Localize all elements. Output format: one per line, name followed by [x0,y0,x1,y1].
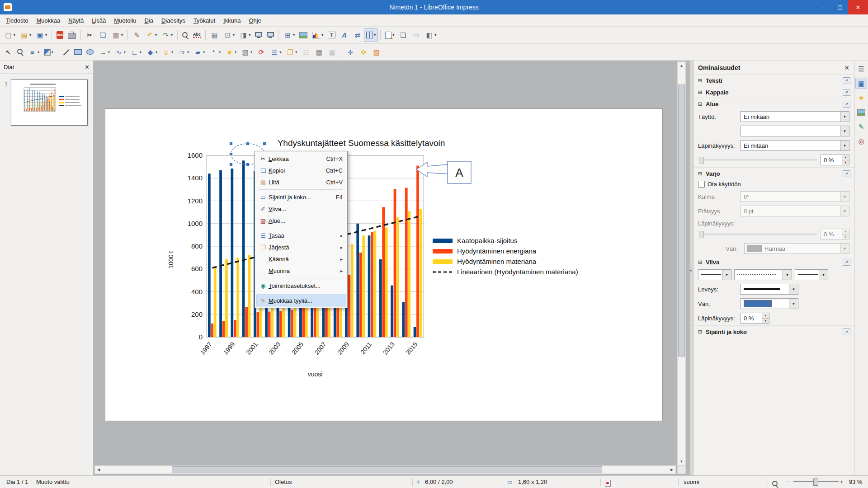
dropdown-arrow-icon[interactable]: ▾ [38,50,39,54]
context-item-tasaa[interactable]: ☰Tasaa▸ [256,230,346,241]
line-color-dropdown[interactable]: ▼ [741,298,798,309]
dash-style-dropdown[interactable]: ▼ [734,269,792,280]
context-item-leikkaa[interactable]: ✂LeikkaaCtrl+X [256,153,346,164]
shadow-color-dropdown[interactable]: Harmaa ▼ [744,243,849,254]
chevron-down-icon[interactable]: ▼ [840,112,849,122]
chevron-down-icon[interactable]: ▼ [789,284,798,294]
transparency-type-dropdown[interactable]: Ei mitään ▼ [741,140,849,151]
dropdown-arrow-icon[interactable]: ▾ [249,33,250,37]
insert-textbox-button[interactable]: T [326,28,338,42]
presentation-chart[interactable]: 0200400600800100012001400160019971999200… [105,109,662,421]
vertical-scrollbar[interactable]: ▲ ▼ [677,61,686,465]
dropdown-arrow-icon[interactable]: ▾ [235,50,236,54]
expand-icon[interactable]: ⊞ [697,78,703,84]
zoom-slider-thumb[interactable] [813,479,818,486]
cut-button[interactable]: ✂ [83,28,96,42]
display-mode-button[interactable]: ◨▾ [237,28,253,42]
fill-transparency-slider[interactable] [698,155,818,164]
menu-muokkaa[interactable]: Muokkaa [32,16,64,25]
context-item-alue[interactable]: ▨Alue... [256,215,346,226]
line-transparency-spinner[interactable]: 0 % ▲▼ [741,313,769,324]
slide-properties-button[interactable]: ▭ [410,28,423,42]
line-style-button[interactable]: ≡▾ [26,45,42,59]
context-item-toimintoasetukset[interactable]: ◉Toimintoasetukset... [256,280,346,291]
section-kappale[interactable]: ⊞ Kappale [693,86,854,98]
dialog-launcher-icon[interactable] [843,89,850,96]
new-slide-button[interactable]: ▾ [383,28,396,42]
chevron-down-icon[interactable]: ▼ [840,192,849,202]
context-item-järjestä[interactable]: ❐Järjestä▸ [256,241,346,253]
fill-color-button[interactable]: ▾ [42,45,56,59]
spelling-button[interactable]: Abc [191,28,203,42]
context-item-sijainti-ja-koko[interactable]: ▭Sijainti ja koko...F4 [256,191,346,203]
dropdown-arrow-icon[interactable]: ▾ [293,33,295,37]
dropdown-arrow-icon[interactable]: ▾ [233,33,235,37]
selection-handle[interactable] [263,142,266,145]
callout-arrow[interactable] [416,162,448,177]
undo-button[interactable]: ↶▾ [143,28,159,42]
maximize-button[interactable] [832,0,848,14]
shadow-button[interactable]: ▩ [312,45,326,59]
edit-canvas[interactable]: 0200400600800100012001400160019971999200… [94,61,689,475]
snap-guides-button[interactable]: ⊡▾ [221,28,237,42]
save-button[interactable]: ▣▾ [33,28,49,42]
context-item-liitä[interactable]: ▥LiitäCtrl+V [256,176,346,188]
spin-down-icon[interactable]: ▼ [842,235,849,239]
duplicate-slide-button[interactable]: ❏ [396,28,410,42]
dialog-launcher-icon[interactable] [843,328,850,335]
align-objects-button[interactable]: ☰▾ [268,45,283,59]
start-slideshow-button[interactable] [253,28,264,42]
sidebar-tab-gallery[interactable] [855,107,867,118]
zoom-in-button[interactable]: + [840,476,844,488]
section-varjo[interactable]: ⊟ Varjo [693,167,854,179]
selection-handle[interactable] [230,153,233,156]
chevron-down-icon[interactable]: ▼ [840,126,849,136]
dropdown-arrow-icon[interactable]: ▾ [14,33,15,37]
dropdown-arrow-icon[interactable]: ▾ [203,50,205,54]
curves-polygons-button[interactable]: ∿▾ [112,45,128,59]
ellipse-button[interactable] [84,45,96,59]
dialog-launcher-icon[interactable] [843,77,850,84]
shadow-enable-checkbox[interactable] [698,181,705,188]
arrow-style-dropdown[interactable]: ▼ [698,269,731,280]
dialog-launcher-icon[interactable] [843,259,850,266]
insert-chart-button[interactable]: ▾ [310,28,326,42]
paste-button[interactable]: ▥▾ [109,28,125,42]
dropdown-arrow-icon[interactable]: ▾ [295,50,297,54]
shadow-transparency-slider[interactable] [698,230,818,239]
redo-button[interactable]: ↷▾ [159,28,175,42]
slide-page[interactable]: 0200400600800100012001400160019971999200… [105,108,663,421]
insert-table-button[interactable]: ⊞▾ [281,28,297,42]
zoom-button[interactable] [15,45,26,59]
symbol-shapes-button[interactable]: ☺▾ [160,45,175,59]
spin-up-icon[interactable]: ▲ [842,229,849,235]
dropdown-arrow-icon[interactable]: ▾ [279,50,281,54]
dropdown-arrow-icon[interactable]: ▾ [156,50,157,54]
minimize-button[interactable] [816,0,832,14]
context-item-käännä[interactable]: Käännä▸ [256,253,346,265]
chevron-down-icon[interactable]: ▼ [819,270,828,280]
block-arrows-button[interactable]: ➩▾ [175,45,191,59]
display-views-button[interactable]: ▾ [364,28,378,42]
dropdown-arrow-icon[interactable]: ▾ [171,33,173,37]
menu-ohje[interactable]: Ohje [245,16,265,25]
edit-points-button[interactable]: ✛ [344,45,357,59]
slide-thumbnail[interactable] [11,80,88,126]
context-item-viiva[interactable]: ✐Viiva... [256,203,346,215]
shadow-distance-dropdown[interactable]: 0 pt ▼ [741,206,849,216]
flowchart-shapes-button[interactable]: ▰▾ [191,45,207,59]
chevron-down-icon[interactable]: ▼ [783,270,792,280]
chevron-down-icon[interactable]: ▼ [789,299,798,309]
dropdown-arrow-icon[interactable]: ▾ [29,33,31,37]
fill-transparency-spinner[interactable]: 0 % ▲▼ [821,155,849,165]
dialog-launcher-icon[interactable] [843,170,850,177]
menu-diaesitys[interactable]: Diaesitys [157,16,189,25]
display-grid-button[interactable]: ▦ [208,28,221,42]
fill-attribute-dropdown[interactable]: ▼ [741,126,849,136]
scroll-up-icon[interactable]: ▲ [678,62,685,69]
glue-points-button[interactable]: ✜ [357,45,370,59]
arrange-button[interactable]: ❐▾ [283,45,299,59]
insert-fontwork-button[interactable]: A [338,28,351,42]
new-document-button[interactable]: ▢▾ [2,28,18,42]
selection-handle[interactable] [246,142,250,145]
